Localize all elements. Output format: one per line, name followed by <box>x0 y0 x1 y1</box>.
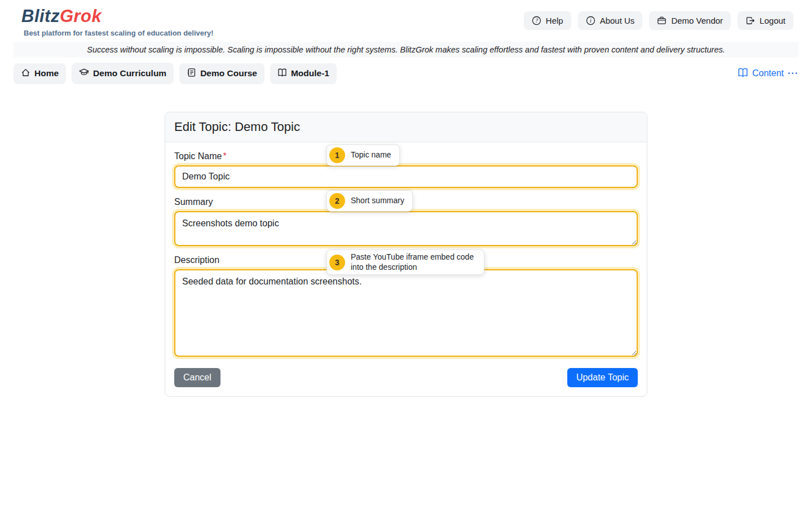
book-icon <box>738 67 748 80</box>
breadcrumb-item-label: Home <box>34 68 59 78</box>
edit-topic-card: Edit Topic: Demo Topic Topic Name* 1 Top… <box>165 112 647 397</box>
logo-block: BlitzGrok Best platform for fastest scal… <box>21 6 214 37</box>
briefcase-icon <box>657 16 667 25</box>
tour-step-number: 3 <box>329 255 345 270</box>
tour-step-1-tooltip: 1 Topic name <box>326 144 400 166</box>
breadcrumb-item-demo-course[interactable]: Demo Course <box>179 63 264 84</box>
card-body: Topic Name* 1 Topic name Summary 2 Short… <box>165 142 647 396</box>
description-textarea[interactable]: Seeded data for documentation screenshot… <box>174 269 638 357</box>
cancel-button[interactable]: Cancel <box>174 368 220 387</box>
breadcrumb-item-label: Module-1 <box>291 68 329 78</box>
topic-name-label-text: Topic Name <box>174 151 222 161</box>
journal-icon <box>187 68 196 80</box>
topic-name-label: Topic Name* <box>174 151 227 161</box>
content-menu-link[interactable]: Content ··· <box>738 67 798 80</box>
topic-name-input[interactable] <box>174 165 638 188</box>
breadcrumb-item-home[interactable]: Home <box>14 63 66 84</box>
header-actions: ? Help i About Us Demo Vendor Logout <box>524 11 793 30</box>
breadcrumb-item-label: Demo Curriculum <box>93 68 166 78</box>
breadcrumb-item-module-1[interactable]: Module-1 <box>270 63 337 84</box>
breadcrumb-item-demo-curriculum[interactable]: Demo Curriculum <box>72 63 174 84</box>
ellipsis-menu-icon[interactable]: ··· <box>788 68 798 78</box>
description-label: Description <box>174 255 219 265</box>
description-field-group: Description 3 Paste YouTube iframe embed… <box>174 255 638 357</box>
tour-step-3-tooltip: 3 Paste YouTube iframe embed code into t… <box>326 249 484 275</box>
app-tagline: Best platform for fastest scaling of edu… <box>24 29 214 37</box>
breadcrumb-item-label: Demo Course <box>200 68 257 78</box>
help-button[interactable]: ? Help <box>524 11 571 30</box>
summary-label: Summary <box>174 197 213 207</box>
content-link-label: Content <box>752 68 784 78</box>
info-circle-icon: i <box>586 16 595 25</box>
demo-vendor-button-label: Demo Vendor <box>671 16 723 25</box>
logo-part-blitz: Blitz <box>21 6 60 26</box>
logout-button[interactable]: Logout <box>738 11 793 30</box>
logout-button-label: Logout <box>760 16 785 25</box>
required-marker: * <box>223 151 226 161</box>
summary-field-group: Summary 2 Short summary Screenshots demo… <box>174 197 638 246</box>
topic-name-field-group: Topic Name* 1 Topic name <box>174 151 638 188</box>
help-button-label: Help <box>546 16 563 25</box>
home-icon <box>21 68 30 80</box>
svg-text:?: ? <box>535 17 538 24</box>
logo-part-grok: Grok <box>60 6 102 26</box>
summary-textarea[interactable]: Screenshots demo topic <box>174 211 638 246</box>
form-actions: Cancel Update Topic <box>174 368 638 387</box>
tour-step-text: Paste YouTube iframe embed code into the… <box>351 252 476 272</box>
breadcrumb: Home Demo Curriculum Demo Course Module-… <box>14 63 798 84</box>
tour-step-text: Short summary <box>351 196 404 206</box>
page-title: Edit Topic: Demo Topic <box>174 120 638 134</box>
tour-step-number: 2 <box>329 193 345 209</box>
update-topic-button[interactable]: Update Topic <box>567 368 638 387</box>
about-us-button[interactable]: i About Us <box>578 11 643 30</box>
motto-banner: Success without scaling is impossible. S… <box>14 42 798 58</box>
book-icon <box>277 68 287 80</box>
tour-step-text: Topic name <box>351 150 391 160</box>
motto-banner-text: Success without scaling is impossible. S… <box>87 45 725 54</box>
card-header: Edit Topic: Demo Topic <box>165 112 647 142</box>
demo-vendor-button[interactable]: Demo Vendor <box>649 11 731 30</box>
app-logo[interactable]: BlitzGrok <box>21 7 214 26</box>
question-circle-icon: ? <box>532 16 541 25</box>
tour-step-2-tooltip: 2 Short summary <box>326 190 413 212</box>
svg-text:i: i <box>590 17 592 24</box>
graduation-cap-icon <box>79 67 89 80</box>
app-header: BlitzGrok Best platform for fastest scal… <box>0 0 812 42</box>
about-us-button-label: About Us <box>600 16 635 25</box>
tour-step-number: 1 <box>329 147 345 163</box>
logout-icon <box>745 16 755 25</box>
